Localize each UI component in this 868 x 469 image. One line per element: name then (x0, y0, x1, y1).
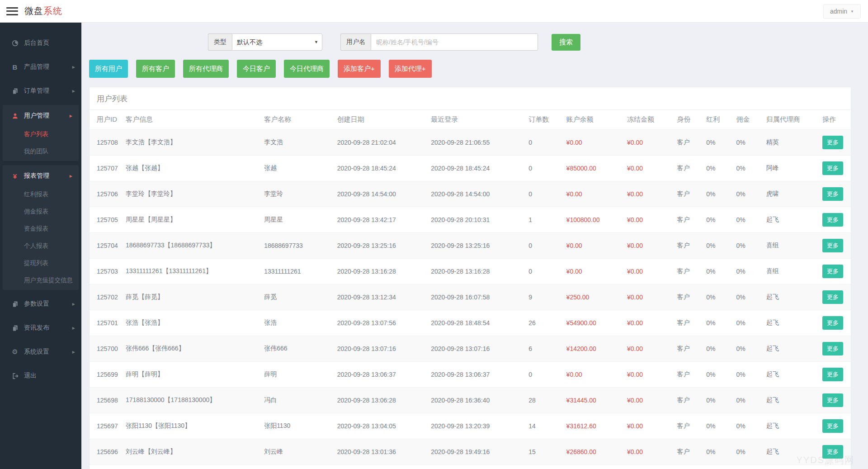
cell-dividend: 0% (706, 259, 736, 284)
search-button[interactable]: 搜索 (552, 34, 580, 51)
cell-user-id: 125702 (90, 284, 126, 310)
admin-user-dropdown[interactable]: admin ▼ (823, 4, 861, 19)
more-button[interactable]: 更多 (822, 265, 843, 278)
more-button[interactable]: 更多 (822, 419, 843, 433)
sidebar-item-user[interactable]: 用户管理▶ (3, 106, 79, 126)
sidebar-subitem[interactable]: 客户列表 (3, 126, 79, 143)
more-button[interactable]: 更多 (822, 316, 843, 330)
top-header: 微盘系统 admin ▼ (0, 0, 868, 23)
column-header: 冻结金额 (627, 110, 677, 130)
cell-actions: 更多 (822, 413, 851, 439)
cell-commission: 0% (736, 310, 766, 336)
more-button[interactable]: 更多 (822, 136, 843, 149)
cell-customer-name: 张浩 (264, 310, 337, 336)
cell-user-id: 125707 (90, 156, 126, 181)
username-filter-label: 用户名 (340, 33, 371, 51)
action-button[interactable]: 添加客户+ (338, 60, 381, 78)
table-row: 125696刘云峰【刘云峰】刘云峰2020-09-28 13:01:362020… (90, 439, 851, 465)
more-button[interactable]: 更多 (822, 239, 843, 252)
action-button[interactable]: 今日代理商 (284, 60, 330, 78)
username-search-input[interactable] (371, 33, 538, 51)
sidebar-item-dashboard[interactable]: 后台首页 (0, 33, 81, 53)
sidebar-subitem[interactable]: 用户充值提交信息 (3, 272, 79, 289)
action-button[interactable]: 今日客户 (237, 60, 276, 78)
cell-dividend: 0% (706, 207, 736, 233)
cell-user-id: 125699 (90, 362, 126, 388)
sidebar-item-label: 订单管理 (24, 87, 49, 95)
brand-red-text: 系统 (43, 6, 62, 16)
cell-user-id: 125706 (90, 181, 126, 207)
sidebar-subitem[interactable]: 佣金报表 (3, 203, 79, 220)
hamburger-menu-icon[interactable] (6, 7, 18, 15)
sidebar-subitem[interactable]: 我的团队 (3, 143, 79, 160)
cell-actions: 更多 (822, 388, 851, 413)
more-button[interactable]: 更多 (822, 342, 843, 355)
action-button[interactable]: 添加代理+ (389, 60, 432, 78)
cell-frozen-amount: ¥0.00 (627, 439, 677, 465)
type-filter-label: 类型 (208, 33, 232, 51)
type-select[interactable]: 默认不选 (232, 33, 322, 51)
cell-commission: 0% (736, 465, 766, 469)
cell-dividend: 0% (706, 439, 736, 465)
cell-balance: ¥0.00 (566, 181, 627, 207)
cell-role: 客户 (677, 336, 707, 362)
sidebar-subitem[interactable]: 提现列表 (3, 255, 79, 272)
cell-customer-name: 薛明 (264, 362, 337, 388)
action-button[interactable]: 所有用户 (89, 60, 128, 78)
cell-commission: 0% (736, 259, 766, 284)
cell-created-date: 2020-09-28 13:07:56 (337, 310, 431, 336)
column-header: 用户ID (90, 110, 126, 130)
more-button[interactable]: 更多 (822, 187, 843, 201)
sidebar-item-news[interactable]: 资讯发布▶ (0, 318, 81, 338)
cell-dividend: 0% (706, 181, 736, 207)
cell-created-date: 2020-09-28 13:12:34 (337, 284, 431, 310)
sidebar-item-orders[interactable]: 订单管理▶ (0, 81, 81, 101)
cell-order-count: 26 (528, 310, 566, 336)
sidebar-item-logout[interactable]: 退出 (0, 366, 81, 386)
cell-user-id: 125705 (90, 207, 126, 233)
cell-user-id: 125704 (90, 233, 126, 259)
sidebar-item-gears[interactable]: ⚙系统设置▶ (0, 342, 81, 362)
action-button[interactable]: 所有代理商 (183, 60, 229, 78)
sidebar-item-params[interactable]: 参数设置▶ (0, 294, 81, 314)
cell-commission: 0% (736, 130, 766, 156)
chevron-right-icon: ▶ (72, 350, 75, 354)
main-content: 类型 默认不选 ▼ 用户名 搜索 所有用户所有客户所有代理商今日客户今日代理商添… (81, 23, 868, 469)
cell-frozen-amount: ¥0.00 (627, 156, 677, 181)
sidebar-item-label: 后台首页 (24, 39, 49, 47)
sidebar-subitem[interactable]: 个人报表 (3, 237, 79, 255)
cell-frozen-amount: ¥0.00 (627, 207, 677, 233)
cell-created-date: 2020-09-28 14:54:00 (337, 181, 431, 207)
cell-customer-name: 李文浩 (264, 130, 337, 156)
more-button[interactable]: 更多 (822, 290, 843, 304)
cell-actions: 更多 (822, 181, 851, 207)
cell-balance: ¥100800.00 (566, 207, 627, 233)
cell-created-date: 2020-09-28 18:45:24 (337, 156, 431, 181)
cell-agent: 精英 (766, 130, 822, 156)
more-button[interactable]: 更多 (822, 368, 843, 381)
cell-customer-info: 李堂玲【李堂玲】 (126, 181, 264, 207)
more-button[interactable]: 更多 (822, 161, 843, 175)
sidebar-subitem[interactable]: 资金报表 (3, 220, 79, 237)
cell-role: 客户 (677, 362, 707, 388)
cell-frozen-amount: ¥0.00 (627, 413, 677, 439)
cell-frozen-amount: ¥0.00 (627, 181, 677, 207)
sidebar-item-bitcoin[interactable]: B产品管理▶ (0, 57, 81, 77)
cell-customer-info: 刘云峰【刘云峰】 (126, 439, 264, 465)
cell-dividend: 0% (706, 465, 736, 469)
cell-last-login: 2020-09-28 18:45:24 (431, 156, 528, 181)
cell-last-login: 2020-09-28 18:48:54 (431, 310, 528, 336)
cell-balance: ¥14200.00 (566, 336, 627, 362)
cell-last-login: 2020-09-28 13:20:39 (431, 413, 528, 439)
cell-order-count: 0 (528, 156, 566, 181)
chevron-down-icon: ▼ (850, 9, 854, 14)
more-button[interactable]: 更多 (822, 393, 843, 407)
sidebar-subitem[interactable]: 红利报表 (3, 186, 79, 203)
dashboard-icon (10, 40, 20, 47)
column-header: 操作 (822, 110, 851, 130)
cell-role: 客户 (677, 259, 707, 284)
sidebar-item-yen[interactable]: ¥报表管理▶ (3, 166, 79, 186)
more-button[interactable]: 更多 (822, 213, 843, 227)
cell-order-count: 1 (528, 207, 566, 233)
action-button[interactable]: 所有客户 (136, 60, 175, 78)
